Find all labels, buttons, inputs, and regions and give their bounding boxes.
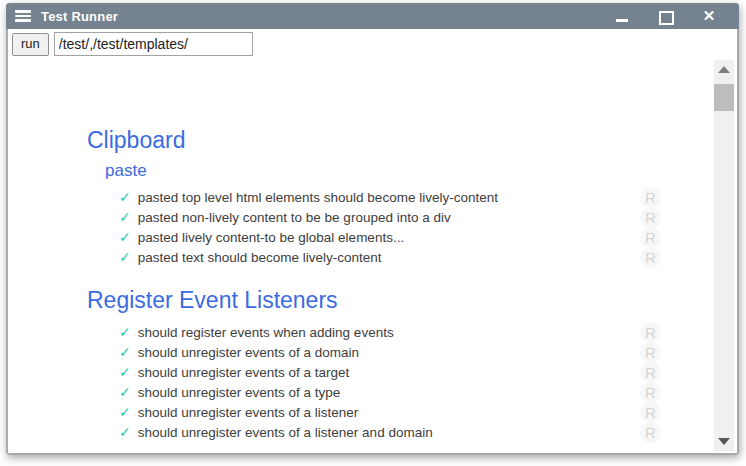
pass-check-icon: ✓ <box>119 405 131 419</box>
test-label: pasted top level html elements should be… <box>138 190 498 205</box>
rerun-button[interactable]: R <box>640 402 661 423</box>
scroll-up-icon[interactable] <box>714 60 734 79</box>
window-title: Test Runner <box>41 9 118 24</box>
rerun-button[interactable]: R <box>640 382 661 403</box>
test-runner-window: Test Runner ✕ run Clipboard paste ✓ past… <box>6 3 739 455</box>
rerun-button[interactable]: R <box>640 342 661 363</box>
test-label: should unregister events of a domain <box>138 345 359 360</box>
test-row: ✓ should unregister events of a type R <box>8 382 737 402</box>
rerun-button[interactable]: R <box>640 422 661 443</box>
pass-check-icon: ✓ <box>119 230 131 244</box>
pass-check-icon: ✓ <box>119 210 131 224</box>
scroll-down-icon[interactable] <box>714 432 734 451</box>
test-label: should unregister events of a type <box>138 385 341 400</box>
pass-check-icon: ✓ <box>119 345 131 359</box>
test-row: ✓ should unregister events of a listener… <box>8 402 737 422</box>
suite-clipboard: Clipboard paste ✓ pasted top level html … <box>8 127 737 267</box>
test-row: ✓ should unregister events of a listener… <box>8 422 737 442</box>
test-label: should unregister events of a listener <box>138 405 359 420</box>
subsuite-title: paste <box>105 161 737 181</box>
pass-check-icon: ✓ <box>119 190 131 204</box>
titlebar: Test Runner ✕ <box>6 3 739 29</box>
maximize-icon[interactable] <box>658 9 672 23</box>
close-icon[interactable]: ✕ <box>701 9 717 23</box>
pass-check-icon: ✓ <box>119 385 131 399</box>
suite-title: Clipboard <box>87 127 737 154</box>
test-row: ✓ should unregister events of a domain R <box>8 342 737 362</box>
rerun-button[interactable]: R <box>640 247 661 268</box>
rerun-button[interactable]: R <box>640 187 661 208</box>
scrollbar-thumb[interactable] <box>714 84 734 111</box>
pass-check-icon: ✓ <box>119 365 131 379</box>
test-row: ✓ pasted top level html elements should … <box>8 187 737 207</box>
rerun-button[interactable]: R <box>640 362 661 383</box>
test-row: ✓ should unregister events of a target R <box>8 362 737 382</box>
test-label: pasted non-lively content to be be group… <box>138 210 451 225</box>
test-results-panel: Clipboard paste ✓ pasted top level html … <box>8 59 737 453</box>
test-row: ✓ pasted lively content-to be global ele… <box>8 227 737 247</box>
rerun-button[interactable]: R <box>640 207 661 228</box>
rerun-button[interactable]: R <box>640 322 661 343</box>
test-row: ✓ should register events when adding eve… <box>8 322 737 342</box>
test-label: should register events when adding event… <box>138 325 394 340</box>
pass-check-icon: ✓ <box>119 325 131 339</box>
hamburger-menu-icon[interactable] <box>15 10 31 22</box>
rerun-button[interactable]: R <box>640 227 661 248</box>
minimize-icon[interactable] <box>615 9 629 23</box>
suite-title: Register Event Listeners <box>87 287 737 314</box>
test-row: ✓ pasted non-lively content to be be gro… <box>8 207 737 227</box>
run-button[interactable]: run <box>12 33 49 56</box>
test-label: pasted text should become lively-content <box>138 250 382 265</box>
suite-register-event-listeners: Register Event Listeners ✓ should regist… <box>8 287 737 442</box>
pass-check-icon: ✓ <box>119 250 131 264</box>
test-row: ✓ pasted text should become lively-conte… <box>8 247 737 267</box>
pass-check-icon: ✓ <box>119 425 131 439</box>
test-label: pasted lively content-to be global eleme… <box>138 230 404 245</box>
toolbar: run <box>8 29 737 59</box>
window-controls: ✕ <box>615 9 739 23</box>
test-path-input[interactable] <box>54 32 253 56</box>
vertical-scrollbar[interactable] <box>714 60 734 451</box>
test-label: should unregister events of a target <box>138 365 350 380</box>
test-label: should unregister events of a listener a… <box>138 425 433 440</box>
